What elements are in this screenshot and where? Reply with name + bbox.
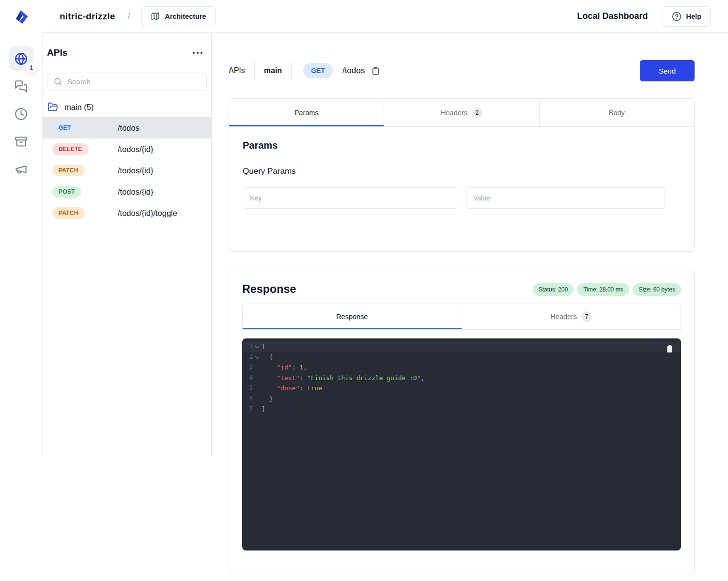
endpoint-row[interactable]: PATCH/todos/{id} [43,160,211,181]
tab-label: Headers [441,109,467,117]
apis-count-badge: 1 [26,62,37,74]
ellipsis-icon [193,52,195,54]
method-badge: PATCH [52,207,85,219]
breadcrumb-api-name: main [264,66,282,75]
code-line: 3 "id": 1, [242,362,681,373]
tab-label: Body [609,109,625,117]
method-badge: GET [52,122,77,134]
apis-sidebar: APIs main (5) GET/todosDELETE/todos/{id}… [43,33,212,456]
api-folder-row[interactable]: main (5) [47,102,211,112]
copy-path-button[interactable] [372,66,380,76]
apis-menu-button[interactable] [192,49,203,57]
response-card: Response Status: 200Time: 28.00 msSize: … [229,270,695,574]
query-param-value-input[interactable] [466,187,665,209]
status-badge: Size: 60 bytes [633,283,681,296]
megaphone-icon [15,163,28,176]
response-tab-headers[interactable]: Headers7 [462,304,681,330]
endpoint-row[interactable]: DELETE/todos/{id} [43,138,211,160]
method-badge: PATCH [52,165,85,176]
status-badge: Time: 28.00 ms [577,283,629,296]
method-badge: DELETE [52,143,89,155]
app-root: nitric-drizzle / Architecture Local Dash… [0,0,728,581]
code-text: } [262,394,273,404]
tab-count-badge: 2 [472,107,482,118]
api-folder-label: main (5) [64,103,94,112]
request-tabs: ParamsHeaders2Body [229,99,694,127]
request-path: /todos [342,66,365,76]
local-dashboard-label: Local Dashboard [577,11,648,21]
status-badge: Status: 200 [533,283,574,296]
request-method-badge: GET [303,63,333,78]
fold-chevron-icon[interactable] [253,352,262,363]
help-button[interactable]: Help [663,6,711,27]
main-content: APIs main GET /todos Send ParamsHeaders2… [212,33,728,574]
copy-response-button[interactable] [666,345,673,353]
fold-gutter [253,404,262,414]
breadcrumb-apis: APIs [229,66,245,75]
rail-item-topics[interactable] [9,157,33,181]
line-number: 7 [242,404,253,414]
params-title: Params [243,140,681,151]
top-header: nitric-drizzle / Architecture Local Dash… [0,0,728,33]
architecture-button[interactable]: Architecture [141,6,215,26]
fold-gutter [253,383,262,394]
apis-sidebar-header: APIs [43,47,211,58]
icon-rail: 1 [0,33,43,456]
clipboard-filled-icon [666,345,673,353]
request-tab-body[interactable]: Body [539,99,694,127]
endpoint-row[interactable]: PATCH/todos/{id}/toggle [43,202,211,224]
request-bar: APIs main GET /todos Send [229,60,695,81]
query-param-row [243,187,681,209]
line-number: 6 [242,394,253,404]
fold-chevron-icon[interactable] [253,341,262,352]
send-button[interactable]: Send [640,60,695,81]
code-lines: 1[2 {3 "id": 1,4 "text": "Finish this dr… [242,341,681,414]
code-line: 2 { [242,352,681,363]
code-text: [ [262,341,265,352]
response-editor[interactable]: 1[2 {3 "id": 1,4 "text": "Finish this dr… [242,338,681,550]
method-badge-cell: DELETE [52,143,118,155]
search-icon [54,77,62,86]
clipboard-icon [372,66,380,76]
rail-item-websockets[interactable] [9,74,33,98]
fold-gutter [253,373,262,383]
rail-item-storage[interactable] [9,129,33,153]
method-badge-cell: POST [52,186,118,198]
code-text: { [262,352,273,363]
nitric-logo[interactable] [0,0,43,33]
folder-open-icon [47,102,58,112]
nitric-logo-icon [13,8,30,25]
line-number: 5 [242,383,253,394]
rail-item-apis[interactable]: 1 [9,46,33,71]
endpoint-row[interactable]: GET/todos [43,117,211,138]
endpoint-path: /todos/{id} [118,145,153,154]
method-badge-cell: PATCH [52,165,118,176]
request-tab-headers[interactable]: Headers2 [384,99,539,127]
title-separator: / [128,12,130,21]
rail-item-schedules[interactable] [9,102,33,126]
help-circle-icon [672,12,682,21]
project-title: nitric-drizzle [60,11,115,22]
request-tab-params[interactable]: Params [229,99,384,127]
line-number: 3 [242,362,253,373]
response-tab-response[interactable]: Response [243,304,462,330]
request-card: ParamsHeaders2Body Params Query Params [229,98,695,252]
query-params-title: Query Params [243,167,681,176]
tab-count-badge: 7 [581,311,592,322]
clock-icon [15,107,28,121]
code-text: "done": true [262,383,322,394]
endpoint-row[interactable]: POST/todos/{id} [43,181,211,202]
globe-icon [15,52,28,65]
body-row: 1 [0,33,728,581]
code-text: ] [262,404,265,414]
apis-sidebar-title: APIs [47,47,67,58]
tab-label: Headers [550,313,577,321]
tab-label: Response [336,313,368,321]
response-header: Response Status: 200Time: 28.00 msSize: … [242,283,681,296]
code-line: 7] [242,404,681,414]
query-param-key-input[interactable] [243,187,458,209]
tab-label: Params [294,109,319,117]
search-input[interactable] [67,77,200,86]
architecture-button-label: Architecture [165,13,206,20]
fold-gutter [253,362,262,373]
